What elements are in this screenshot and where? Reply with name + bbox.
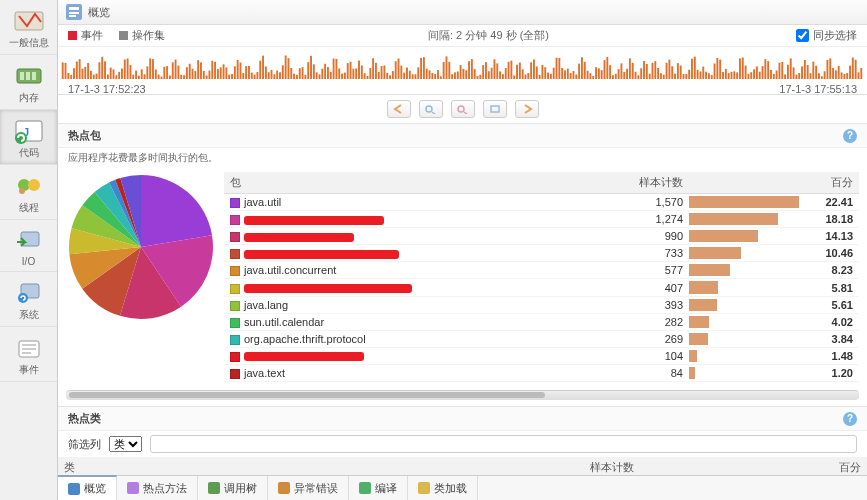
overview-icon (66, 4, 82, 20)
svg-rect-111 (313, 64, 315, 79)
svg-rect-103 (290, 68, 292, 79)
sidebar-item-io[interactable]: I/O (0, 220, 57, 272)
svg-rect-101 (285, 55, 287, 78)
sidebar-item-code[interactable]: J代码 (0, 110, 57, 165)
svg-rect-205 (578, 64, 580, 79)
svg-rect-184 (519, 63, 521, 79)
col-percent[interactable]: 百分 (799, 172, 859, 194)
color-swatch-icon (230, 369, 240, 379)
filter-label: 筛选列 (68, 437, 101, 452)
svg-rect-219 (618, 69, 620, 79)
table-row[interactable]: 1,27418.18 (224, 211, 859, 228)
filter-search-input[interactable] (150, 435, 857, 453)
nav-left-button[interactable] (387, 100, 411, 118)
svg-rect-48 (135, 71, 137, 79)
svg-rect-120 (338, 68, 340, 79)
table-row[interactable]: 4075.81 (224, 279, 859, 296)
svg-rect-46 (129, 65, 131, 79)
svg-rect-314 (278, 482, 290, 494)
svg-rect-235 (663, 75, 665, 79)
legend-opset: 操作集 (119, 28, 165, 43)
help-icon[interactable]: ? (843, 412, 857, 426)
svg-point-9 (28, 179, 40, 191)
nav-right-button[interactable] (515, 100, 539, 118)
svg-rect-182 (513, 75, 515, 79)
table-row[interactable]: sun.util.calendar2824.02 (224, 313, 859, 330)
tab-0[interactable]: 概览 (58, 475, 117, 500)
col-class[interactable]: 类 (58, 457, 519, 475)
sidebar-item-general-info[interactable]: 一般信息 (0, 0, 57, 55)
sidebar-item-system[interactable]: 系统 (0, 272, 57, 327)
svg-rect-189 (533, 59, 535, 79)
tab-2[interactable]: 调用树 (198, 476, 268, 500)
bottom-tabbar: 概览热点方法调用树异常错误编译类加载 (58, 475, 867, 500)
svg-rect-81 (228, 75, 230, 79)
svg-rect-252 (711, 75, 713, 79)
nav-zoom-out-button[interactable] (451, 100, 475, 118)
svg-point-308 (458, 106, 464, 112)
table-row[interactable]: java.util1,57022.41 (224, 194, 859, 211)
svg-rect-210 (592, 76, 594, 79)
memory-icon (13, 61, 45, 89)
svg-rect-21 (69, 15, 76, 17)
svg-rect-85 (240, 63, 242, 79)
sidebar-item-memory[interactable]: 内存 (0, 55, 57, 110)
svg-rect-150 (423, 57, 425, 79)
svg-rect-297 (838, 66, 840, 79)
svg-rect-122 (344, 73, 346, 79)
col-package[interactable]: 包 (224, 172, 599, 194)
tab-3[interactable]: 异常错误 (268, 476, 349, 500)
svg-rect-92 (259, 61, 261, 79)
svg-point-13 (18, 293, 28, 303)
col-class-percent[interactable]: 百分 (787, 457, 867, 475)
svg-rect-268 (756, 66, 758, 79)
svg-rect-56 (158, 75, 160, 79)
svg-rect-160 (451, 74, 453, 79)
svg-rect-61 (172, 62, 174, 79)
tab-icon (359, 482, 371, 494)
color-swatch-icon (230, 335, 240, 345)
col-samples[interactable]: 样本计数 (599, 172, 689, 194)
svg-rect-155 (437, 70, 439, 79)
table-row[interactable]: java.lang3935.61 (224, 296, 859, 313)
tab-5[interactable]: 类加载 (408, 476, 478, 500)
table-row[interactable]: 1041.48 (224, 347, 859, 364)
svg-rect-229 (646, 64, 648, 79)
svg-rect-141 (398, 58, 400, 78)
svg-rect-91 (256, 72, 258, 79)
sidebar-item-events[interactable]: 事件 (0, 327, 57, 382)
svg-rect-233 (657, 68, 659, 79)
h-scrollbar[interactable] (66, 390, 859, 400)
svg-rect-215 (606, 57, 608, 79)
nav-zoom-in-button[interactable] (419, 100, 443, 118)
svg-rect-224 (632, 63, 634, 79)
svg-line-307 (432, 112, 435, 114)
tab-1[interactable]: 热点方法 (117, 476, 198, 500)
sync-select-checkbox[interactable]: 同步选择 (796, 28, 857, 43)
nav-reset-button[interactable] (483, 100, 507, 118)
svg-rect-179 (505, 68, 507, 79)
svg-rect-25 (70, 75, 72, 79)
svg-rect-20 (69, 12, 79, 14)
table-row[interactable]: org.apache.thrift.protocol2693.84 (224, 330, 859, 347)
sidebar-item-threads[interactable]: 线程 (0, 165, 57, 220)
svg-rect-125 (352, 69, 354, 79)
svg-rect-191 (539, 75, 541, 79)
col-class-samples[interactable]: 样本计数 (519, 457, 639, 475)
svg-rect-95 (268, 72, 270, 79)
table-row[interactable]: java.text841.20 (224, 364, 859, 381)
timeline-chart[interactable]: 17-1-3 17:52:23 17-1-3 17:55:13 (58, 47, 867, 95)
svg-rect-31 (87, 63, 89, 79)
filter-column-select[interactable]: 类 (109, 436, 142, 452)
svg-rect-124 (350, 62, 352, 79)
tab-4[interactable]: 编译 (349, 476, 408, 500)
help-icon[interactable]: ? (843, 129, 857, 143)
svg-rect-248 (700, 71, 702, 78)
table-row[interactable]: 99014.13 (224, 228, 859, 245)
table-row[interactable]: java.util.concurrent5778.23 (224, 262, 859, 279)
svg-rect-71 (200, 62, 202, 79)
svg-rect-107 (302, 67, 304, 79)
svg-rect-37 (104, 61, 106, 79)
table-row[interactable]: 73310.46 (224, 245, 859, 262)
svg-rect-57 (161, 77, 163, 79)
